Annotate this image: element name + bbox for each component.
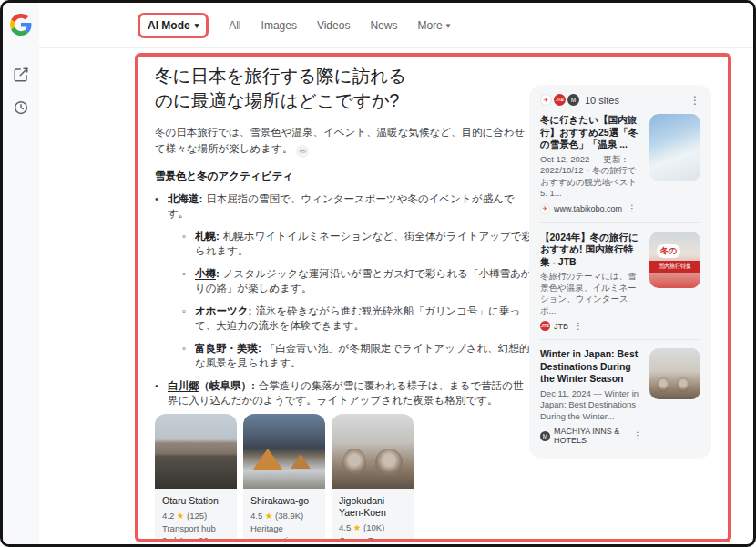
place-card-shirakawa-go[interactable]: Shirakawa-go 4.5 ★ (38.9K) Heritage pres…	[243, 414, 325, 542]
list-item: ◦小樽:ノスタルジックな運河沿いが雪とガス灯で彩られる「小樽雪あかりの路」が楽し…	[182, 266, 532, 295]
place-category: Transport hub	[162, 522, 230, 535]
jtb-favicon: JTB	[540, 321, 550, 331]
browser-viewport: AI Mode ▾ All Images Videos News More ▾ …	[0, 0, 756, 547]
jigokudani-monkeys-photo	[332, 414, 414, 489]
gassho-roof-shape	[252, 449, 283, 470]
tab-images[interactable]: Images	[261, 19, 297, 32]
kebab-menu-icon[interactable]: ⋮	[574, 322, 583, 331]
sites-count-label: 10 sites	[585, 95, 619, 106]
place-name: Jigokudani Yaen-Koen	[339, 495, 406, 519]
section-heading: 雪景色と冬のアクティビティ	[155, 170, 532, 183]
result-snippet: Oct 12, 2022 — 更新：2022/10/12・冬の旅行でおすすめの観…	[540, 154, 642, 200]
bullet-icon: ◦	[182, 304, 195, 333]
bullet-icon: ◦	[182, 266, 195, 295]
question-line-1: 冬に日本を旅行する際に訪れる	[155, 64, 532, 88]
sources-panel: ✈ JTB M 10 sites ⋮ 冬に行きたい【国内旅行】おすすめ25選「冬…	[529, 85, 711, 459]
list-item: ◦オホーツク:流氷を砕きながら進む観光砕氷船「ガリンコ号」に乗って、大迫力の流氷…	[182, 304, 532, 333]
thumbnail-badge-text: 冬の	[657, 244, 680, 258]
snow-monkey-shape	[657, 377, 669, 392]
place-rating: 4.2 ★ (125)	[162, 510, 230, 522]
tabikobo-favicon: ✈	[540, 94, 552, 106]
tab-ai-mode[interactable]: AI Mode ▾	[138, 13, 209, 38]
tab-all[interactable]: All	[229, 19, 240, 32]
result-source-name[interactable]: MACHIYA INNS & HOTELS	[554, 427, 628, 445]
machiya-favicon: M	[567, 94, 579, 106]
source-result[interactable]: Winter in Japan: Best Destinations Durin…	[540, 339, 700, 453]
place-rating: 4.5 ★ (38.9K)	[250, 510, 318, 522]
bullet-icon: ◦	[182, 229, 195, 258]
jtb-favicon: JTB	[554, 94, 566, 106]
list-item: ◦富良野・美瑛:「白金青い池」が冬期限定でライトアップされ、幻想的な風景を見られ…	[182, 341, 532, 370]
history-icon[interactable]	[13, 99, 29, 116]
left-sidebar	[3, 3, 39, 544]
otaru-station-photo	[155, 414, 237, 489]
star-icon: ★	[353, 522, 362, 532]
result-title[interactable]: 【2024年】冬の旅行におすすめ! 国内旅行特集 - JTB	[540, 232, 642, 269]
question-line-2: のに最適な場所はどこですか?	[155, 88, 532, 113]
tab-ai-mode-label: AI Mode	[148, 19, 190, 32]
intro-paragraph: 冬の日本旅行では、雪景色や温泉、イベント、温暖な気候など、目的に合わせて様々な場…	[155, 124, 532, 158]
entity-link[interactable]: 白川郷	[168, 380, 199, 391]
list-item: •北海道:日本屈指の雪国で、ウィンタースポーツや冬のイベントが盛んです。	[155, 191, 532, 221]
place-card-otaru-station[interactable]: Otaru Station 4.2 ★ (125) Transport hub …	[155, 414, 237, 542]
star-icon: ★	[265, 511, 273, 521]
result-thumbnail-frost-trees[interactable]	[649, 114, 700, 181]
sources-panel-header[interactable]: ✈ JTB M 10 sites ⋮	[540, 94, 700, 106]
result-title[interactable]: 冬に行きたい【国内旅行】おすすめ25選「冬の雪景色」「温泉 ...	[540, 114, 642, 151]
result-snippet: Dec 11, 2024 — Winter in Japan: Best Des…	[540, 388, 642, 423]
list-item: ◦札幌:札幌ホワイトイルミネーションなど、街全体がライトアップで彩られます。	[182, 229, 532, 258]
place-cards-row: Otaru Station 4.2 ★ (125) Transport hub …	[155, 414, 414, 542]
result-title[interactable]: Winter in Japan: Best Destinations Durin…	[540, 348, 642, 386]
citation-link-icon[interactable]	[296, 145, 309, 158]
tabikobo-favicon: ✈	[540, 204, 550, 214]
kebab-menu-icon[interactable]: ⋮	[628, 204, 637, 213]
place-category: Heritage preservation	[250, 522, 318, 543]
ai-answer-content: 冬に日本を旅行する際に訪れる のに最適な場所はどこですか? 冬の日本旅行では、雪…	[155, 64, 532, 410]
google-logo[interactable]	[10, 14, 32, 36]
bullet-icon: •	[155, 378, 168, 408]
snow-monkey-shape	[677, 377, 690, 392]
search-tabs-bar: AI Mode ▾ All Images Videos News More ▾	[39, 3, 753, 48]
snow-monkey-shape	[375, 449, 403, 476]
result-source-name[interactable]: JTB	[554, 322, 568, 331]
place-name: Shirakawa-go	[250, 495, 318, 507]
tab-news[interactable]: News	[370, 19, 397, 32]
chevron-down-icon: ▾	[446, 21, 451, 30]
result-source-name[interactable]: www.tabikobo.com	[554, 204, 622, 213]
bullet-icon: •	[155, 191, 168, 221]
place-rating: 4.5 ★ (10K)	[339, 521, 406, 534]
shirakawa-go-photo	[243, 414, 325, 489]
place-name: Otaru Station	[162, 495, 230, 507]
thumbnail-band-text: 国内旅行特集	[649, 261, 700, 273]
place-open-status: Open · Zoo	[339, 534, 406, 543]
result-thumbnail-monkeys[interactable]	[649, 348, 700, 399]
chevron-down-icon: ▾	[195, 21, 199, 30]
bullet-icon: ◦	[182, 341, 195, 370]
source-result[interactable]: 冬に行きたい【国内旅行】おすすめ25選「冬の雪景色」「温泉 ... Oct 12…	[540, 106, 700, 222]
tab-videos[interactable]: Videos	[317, 19, 350, 32]
list-item: •白川郷（岐阜県）:合掌造りの集落が雪に覆われる様子は、まるで昔話の世界に入り込…	[155, 378, 532, 408]
entity-link[interactable]: 小樽	[195, 268, 216, 279]
place-card-jigokudani[interactable]: Jigokudani Yaen-Koen 4.5 ★ (10K) Open · …	[332, 414, 414, 542]
place-address: 2-chōme-22 Inaho	[162, 534, 230, 542]
kebab-menu-icon[interactable]: ⋮	[633, 431, 642, 440]
tab-more[interactable]: More ▾	[417, 19, 450, 32]
result-snippet: 冬旅行のテーマには、雪景色や温泉、イルミネーション、ウィンタースポ...	[540, 271, 642, 316]
source-result[interactable]: 【2024年】冬の旅行におすすめ! 国内旅行特集 - JTB 冬旅行のテーマには…	[540, 222, 700, 340]
machiya-favicon: M	[540, 431, 550, 441]
result-thumbnail-jtb-collage[interactable]: 冬の 国内旅行特集	[649, 232, 700, 288]
snow-monkey-shape	[342, 449, 366, 476]
star-icon: ★	[177, 511, 185, 521]
gassho-roof-shape	[291, 454, 311, 469]
kebab-menu-icon[interactable]: ⋮	[690, 95, 700, 106]
question-heading: 冬に日本を旅行する際に訪れる のに最適な場所はどこですか?	[155, 64, 532, 113]
compose-icon[interactable]	[13, 67, 29, 83]
